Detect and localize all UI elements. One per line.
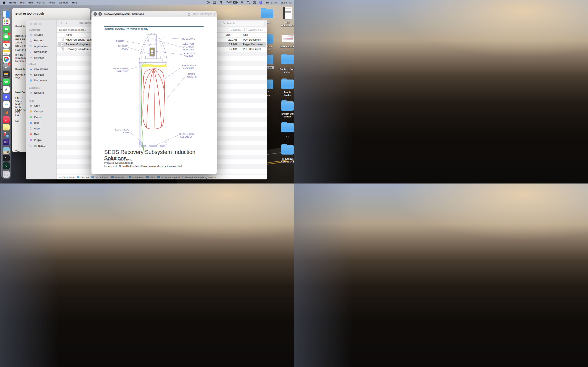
dock-system-preferences-icon[interactable]: ⚙1: [3, 63, 9, 70]
minimize-button[interactable]: [34, 23, 37, 25]
note-line: Next Sem: [15, 91, 27, 94]
desktop-folder-2-2[interactable]: [281, 123, 294, 132]
dock-facetime-icon[interactable]: [3, 26, 9, 33]
credit-link[interactable]: https://www.nakka-rocketry.net/parasys.h…: [135, 165, 181, 167]
path-item[interactable]: Desktop: [80, 176, 89, 179]
airpods-icon[interactable]: [219, 1, 223, 4]
no-entry-icon[interactable]: ⊘: [98, 12, 102, 16]
tag-dot-icon: [30, 110, 32, 113]
search-icon: [223, 22, 225, 25]
label-parachute2: & CABLES: [183, 67, 194, 69]
sidebar-tag-red[interactable]: Red: [26, 131, 56, 137]
desktop-folder-iit-kanpur[interactable]: [281, 145, 294, 155]
dock-notes-icon[interactable]: [3, 49, 9, 55]
dock-openrocket-icon[interactable]: [3, 131, 9, 138]
path-item[interactable]: Soumil Doc: [115, 176, 126, 179]
dock-slack-icon[interactable]: #: [3, 86, 9, 93]
note-line: HuEl: [15, 114, 21, 117]
sidebar-item-recents[interactable]: ◷Recents: [26, 38, 56, 43]
window-controls[interactable]: [30, 23, 41, 25]
desktop-pdf-documents-icon[interactable]: [283, 7, 293, 19]
share-icon[interactable]: [187, 12, 190, 16]
menu-format[interactable]: Format: [37, 1, 45, 4]
wifi-icon[interactable]: [240, 1, 243, 4]
dock-launchpad-icon[interactable]: [3, 18, 9, 25]
path-item[interactable]: Doc + Photos: [95, 176, 108, 179]
sidebar-item-network[interactable]: ⊕Network: [26, 90, 56, 96]
dock-stickies-icon[interactable]: [3, 124, 9, 131]
path-item[interactable]: iCloud Drive: [62, 176, 74, 179]
menu-help[interactable]: Help: [72, 1, 78, 4]
sidebar-item-desktop[interactable]: ▭Desktop: [26, 55, 56, 60]
dock-preview-icon[interactable]: [3, 147, 9, 154]
spotlight-search-icon[interactable]: [247, 1, 250, 4]
path-item[interactable]: RecoverySubsystem_Solutions: [185, 176, 216, 179]
dock-calculator-icon[interactable]: [3, 71, 9, 78]
dock-finder-icon[interactable]: ツ: [3, 11, 9, 17]
path-item[interactable]: BITS: [150, 176, 155, 179]
open-with-pages-button[interactable]: Open with Pages: [191, 12, 215, 16]
sidebar-tag-purple[interactable]: Purple: [26, 137, 56, 143]
keyboard-icon[interactable]: [213, 1, 216, 4]
nav-arrows[interactable]: ‹›: [61, 20, 71, 25]
apple-menu-icon[interactable]: [2, 1, 5, 4]
close-button[interactable]: [30, 23, 32, 25]
desktop-folder-random-stuff[interactable]: [281, 101, 294, 111]
search-input[interactable]: Search: [221, 21, 264, 26]
desktop-folder-party[interactable]: [261, 9, 273, 18]
desktop-folder-tennis-label: Tennis Guides: [281, 91, 294, 96]
column-header-name[interactable]: Name: [66, 33, 72, 36]
sidebar-item-airdrop[interactable]: ◎AirDrop: [26, 32, 56, 38]
sidebar-item-icloud-desktop[interactable]: ▭Desktop: [26, 72, 56, 77]
column-separator[interactable]: [222, 33, 222, 37]
zoom-button[interactable]: [39, 23, 41, 25]
cloud-icon: ☁: [29, 67, 33, 71]
menu-app-name[interactable]: Notes: [9, 1, 16, 4]
play-circle-icon[interactable]: [207, 1, 210, 4]
sidebar-tag-work[interactable]: Work: [26, 125, 56, 131]
sidebar-tag-blue[interactable]: Blue: [26, 120, 56, 125]
dock-activity-monitor-icon[interactable]: ∿: [3, 162, 9, 169]
sidebar-item-applications[interactable]: ＡApplications: [26, 43, 56, 49]
dock-matlab-icon[interactable]: ◢: [2, 108, 10, 116]
dock-whatsapp-icon[interactable]: ☎: [3, 78, 9, 85]
column-separator[interactable]: [240, 33, 240, 37]
menu-view[interactable]: View: [49, 1, 55, 4]
menu-window[interactable]: Window: [59, 1, 68, 4]
battery-status[interactable]: 100% Ϝ: [226, 1, 237, 4]
path-bar[interactable]: ☁ iCloud Drive› Desktop› Doc + Photos› S…: [57, 175, 267, 179]
sidebar-tag-orange[interactable]: Orange: [26, 108, 56, 114]
dock-vscode-icon[interactable]: </>: [3, 101, 9, 108]
learn-more-button[interactable]: Learn More...: [246, 28, 265, 32]
dock-terminal-icon[interactable]: >_: [3, 155, 9, 161]
sidebar-item-documents[interactable]: ▤Documents: [26, 77, 56, 83]
airdrop-icon: ◎: [29, 33, 33, 36]
sidebar-tag-grey[interactable]: Grey: [26, 103, 56, 108]
siri-icon[interactable]: [259, 1, 262, 4]
dock-texshop-icon[interactable]: TEX: [3, 139, 9, 145]
clock-icon: ◷: [29, 39, 33, 42]
quicklook-window[interactable]: ✕ ⊘ RecoverySubsystem_Solutions Open wit…: [91, 11, 217, 174]
column-header-kind[interactable]: Kind: [243, 33, 248, 36]
path-item[interactable]: UnderGrad: [132, 176, 143, 179]
close-icon[interactable]: ✕: [94, 12, 97, 16]
dock-calendar-icon[interactable]: JAN9: [3, 41, 9, 48]
column-header-size[interactable]: Size: [226, 33, 231, 36]
dock-discord-icon[interactable]: ☻: [3, 94, 9, 100]
dock-music-icon[interactable]: ♫: [3, 116, 9, 123]
upgrade-button[interactable]: Upgrade...: [229, 28, 245, 32]
dock-chrome-icon[interactable]: [3, 56, 9, 63]
desktop-folder-tennis[interactable]: [281, 80, 294, 89]
dock-messages-icon[interactable]: 1: [3, 33, 9, 40]
menu-edit[interactable]: Edit: [28, 1, 33, 4]
desktop-folder-rocketry[interactable]: [281, 55, 294, 64]
control-center-icon[interactable]: [253, 1, 256, 4]
path-item[interactable]: Inductions material: [161, 176, 180, 179]
sidebar-tag-green[interactable]: Green: [26, 114, 56, 120]
note-line: Tenn: [15, 150, 21, 153]
dock-trash-icon[interactable]: [3, 171, 9, 178]
sidebar-item-downloads[interactable]: ⤓Downloads: [26, 49, 56, 55]
menu-file[interactable]: File: [20, 1, 25, 4]
sidebar-item-icloud-drive[interactable]: ☁iCloud Drive: [26, 66, 56, 72]
sidebar-all-tags[interactable]: All Tags...: [26, 143, 56, 149]
